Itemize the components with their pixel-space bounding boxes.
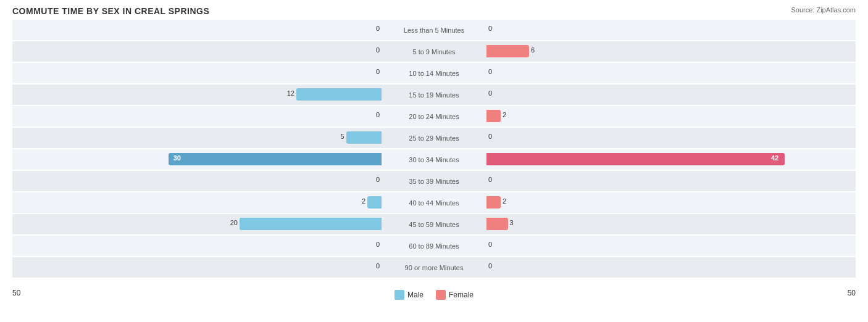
bar-female — [486, 110, 501, 122]
row-label: 90 or more Minutes — [405, 264, 464, 271]
value-female: 2 — [503, 111, 506, 118]
legend-female-label: Female — [449, 291, 474, 299]
chart-row: 45 to 59 Minutes203 — [12, 214, 856, 234]
value-male: 2 — [362, 197, 365, 205]
chart-row: 20 to 24 Minutes02 — [12, 106, 856, 126]
value-male: 0 — [376, 241, 380, 248]
chart-row: 15 to 19 Minutes120 — [12, 85, 856, 105]
legend-male-box — [394, 290, 404, 300]
value-male: 20 — [230, 219, 238, 226]
row-label: Less than 5 Minutes — [404, 27, 464, 34]
chart-row: 90 or more Minutes00 — [12, 257, 856, 278]
legend-female-box — [436, 290, 446, 300]
row-label: 60 to 89 Minutes — [409, 242, 459, 250]
bar-male — [296, 88, 382, 101]
bar-female — [486, 45, 529, 57]
value-female: 0 — [488, 241, 492, 248]
value-male: 0 — [376, 46, 380, 54]
row-label: 45 to 59 Minutes — [409, 221, 459, 228]
value-female: 0 — [488, 176, 492, 183]
value-female: 0 — [488, 262, 492, 270]
axis-left-label: 50 — [12, 289, 20, 297]
value-female: 42 — [771, 154, 778, 162]
row-label: 40 to 44 Minutes — [409, 199, 459, 207]
legend-male-label: Male — [407, 291, 424, 299]
bar-male — [367, 196, 382, 208]
bar-male — [240, 218, 382, 230]
axis-right-label: 50 — [848, 289, 856, 297]
row-label: 35 to 39 Minutes — [409, 178, 459, 185]
chart-row: 35 to 39 Minutes00 — [12, 171, 856, 191]
bar-male — [346, 131, 382, 144]
chart-title: COMMUTE TIME BY SEX IN CREAL SPRINGS — [12, 6, 856, 16]
value-female: 0 — [488, 68, 492, 75]
row-label: 20 to 24 Minutes — [409, 113, 459, 120]
bar-male — [169, 153, 382, 165]
row-label: 5 to 9 Minutes — [412, 48, 455, 56]
chart-row: Less than 5 Minutes00 — [12, 20, 856, 40]
chart-row: 25 to 29 Minutes50 — [12, 128, 856, 148]
value-male: 0 — [376, 68, 380, 75]
value-female: 3 — [510, 219, 514, 226]
bar-female — [486, 218, 508, 230]
row-label: 30 to 34 Minutes — [409, 156, 459, 163]
bar-female — [486, 153, 785, 165]
value-male: 0 — [376, 176, 380, 183]
value-male: 30 — [173, 154, 181, 162]
value-female: 0 — [488, 89, 492, 97]
legend-male: Male — [394, 290, 424, 300]
bar-female — [486, 196, 501, 208]
chart-row: 5 to 9 Minutes06 — [12, 41, 856, 62]
legend: Male Female — [394, 290, 474, 300]
value-male: 5 — [340, 133, 344, 140]
value-male: 12 — [287, 89, 294, 97]
chart-row: 10 to 14 Minutes00 — [12, 63, 856, 83]
legend-female: Female — [436, 290, 474, 300]
value-female: 0 — [488, 25, 492, 32]
value-male: 0 — [376, 25, 380, 32]
chart-container: COMMUTE TIME BY SEX IN CREAL SPRINGS Sou… — [0, 0, 868, 322]
chart-row: 60 to 89 Minutes00 — [12, 236, 856, 256]
source-label: Source: ZipAtlas.com — [791, 6, 856, 14]
chart-row: 40 to 44 Minutes22 — [12, 192, 856, 213]
row-label: 10 to 14 Minutes — [409, 70, 459, 77]
value-female: 0 — [488, 133, 492, 140]
value-female: 2 — [503, 197, 506, 205]
chart-area: Less than 5 Minutes005 to 9 Minutes0610 … — [12, 20, 856, 285]
row-label: 25 to 29 Minutes — [409, 134, 459, 142]
value-male: 0 — [376, 111, 380, 118]
value-male: 0 — [376, 262, 380, 270]
value-female: 6 — [531, 46, 535, 54]
row-label: 15 to 19 Minutes — [409, 91, 459, 99]
chart-row: 30 to 34 Minutes3042 — [12, 149, 856, 170]
